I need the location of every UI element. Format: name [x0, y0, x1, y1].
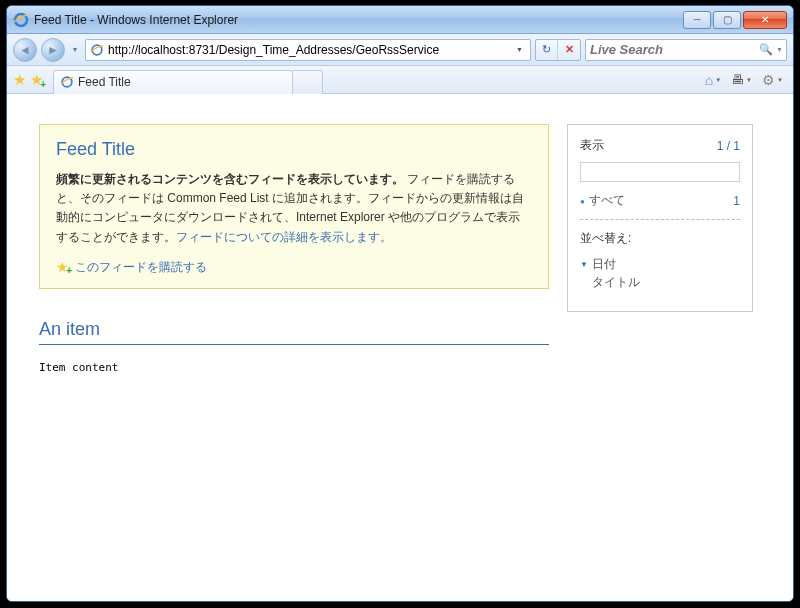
content-area: Feed Title 頻繁に更新されるコンテンツを含むフィードを表示しています。…: [7, 94, 793, 601]
nav-history-dropdown[interactable]: ▼: [69, 38, 81, 62]
tab-toolbar: ★ ★+ Feed Title ⌂▼ 🖶▼ ⚙▼: [7, 66, 793, 94]
feed-item-title: An item: [39, 319, 549, 345]
sidebar: 表示 1 / 1 ●すべて 1 並べ替え: ▼ 日付 タイトル: [567, 124, 753, 312]
feed-bold-text: 頻繁に更新されるコンテンツを含むフィードを表示しています。: [56, 172, 404, 186]
nav-toolbar: ◄ ► ▼ ▼ ↻ ✕ 🔍 ▼: [7, 34, 793, 66]
print-button[interactable]: 🖶▼: [727, 69, 756, 91]
window-controls: ─ ▢ ✕: [681, 11, 787, 29]
subscribe-link[interactable]: このフィードを購読する: [75, 259, 207, 276]
tab-strip: Feed Title: [53, 66, 323, 94]
app-window: Feed Title - Windows Internet Explorer ─…: [6, 5, 794, 602]
address-dropdown-icon[interactable]: ▼: [513, 46, 526, 53]
display-label: 表示: [580, 137, 604, 154]
feed-title: Feed Title: [56, 139, 532, 160]
forward-button[interactable]: ►: [41, 38, 65, 62]
search-icon[interactable]: 🔍: [759, 43, 773, 56]
refresh-button[interactable]: ↻: [536, 40, 558, 60]
address-bar[interactable]: ▼: [85, 39, 531, 61]
filter-all-count: 1: [733, 194, 740, 208]
favorites-controls: ★ ★+: [13, 71, 43, 89]
sort-active-icon: ▼: [580, 260, 592, 269]
favorites-icon[interactable]: ★: [13, 71, 26, 89]
bullet-icon: ●: [580, 197, 585, 206]
sort-by-title[interactable]: タイトル: [580, 273, 740, 291]
address-controls: ↻ ✕: [535, 39, 581, 61]
feed-item-content: Item content: [39, 361, 549, 374]
titlebar: Feed Title - Windows Internet Explorer ─…: [7, 6, 793, 34]
feed-description: 頻繁に更新されるコンテンツを含むフィードを表示しています。 フィードを購読すると…: [56, 170, 532, 247]
home-button[interactable]: ⌂▼: [701, 69, 725, 91]
filter-all-row[interactable]: ●すべて 1: [580, 192, 740, 209]
add-favorite-icon[interactable]: ★+: [30, 71, 43, 89]
sort-label: 並べ替え:: [580, 230, 740, 247]
minimize-button[interactable]: ─: [683, 11, 711, 29]
close-button[interactable]: ✕: [743, 11, 787, 29]
display-row: 表示 1 / 1: [580, 137, 740, 154]
back-button[interactable]: ◄: [13, 38, 37, 62]
tab-icon: [60, 75, 74, 89]
main-column: Feed Title 頻繁に更新されるコンテンツを含むフィードを表示しています。…: [39, 124, 549, 591]
new-tab-button[interactable]: [293, 70, 323, 94]
tab-active[interactable]: Feed Title: [53, 70, 293, 94]
maximize-button[interactable]: ▢: [713, 11, 741, 29]
filter-input[interactable]: [580, 162, 740, 182]
stop-button[interactable]: ✕: [558, 40, 580, 60]
sort-by-date[interactable]: ▼ 日付: [580, 255, 740, 273]
url-input[interactable]: [108, 43, 513, 57]
site-icon: [90, 43, 104, 57]
feed-info-box: Feed Title 頻繁に更新されるコンテンツを含むフィードを表示しています。…: [39, 124, 549, 289]
sort-title-label: タイトル: [592, 274, 640, 291]
tab-label: Feed Title: [78, 75, 131, 89]
window-title: Feed Title - Windows Internet Explorer: [34, 13, 681, 27]
display-count: 1 / 1: [717, 139, 740, 153]
search-dropdown-icon[interactable]: ▼: [773, 46, 783, 53]
filter-all-label: ●すべて: [580, 192, 625, 209]
feed-about-link[interactable]: フィードについての詳細を表示します。: [176, 230, 392, 244]
toolbar-right: ⌂▼ 🖶▼ ⚙▼: [701, 69, 787, 91]
tools-button[interactable]: ⚙▼: [758, 69, 787, 91]
search-input[interactable]: [590, 42, 759, 57]
sort-date-label: 日付: [592, 256, 616, 273]
search-bar[interactable]: 🔍 ▼: [585, 39, 787, 61]
ie-icon: [13, 12, 29, 28]
subscribe-icon: ★+: [56, 259, 69, 275]
subscribe-row: ★+ このフィードを購読する: [56, 259, 532, 276]
separator: [580, 219, 740, 220]
